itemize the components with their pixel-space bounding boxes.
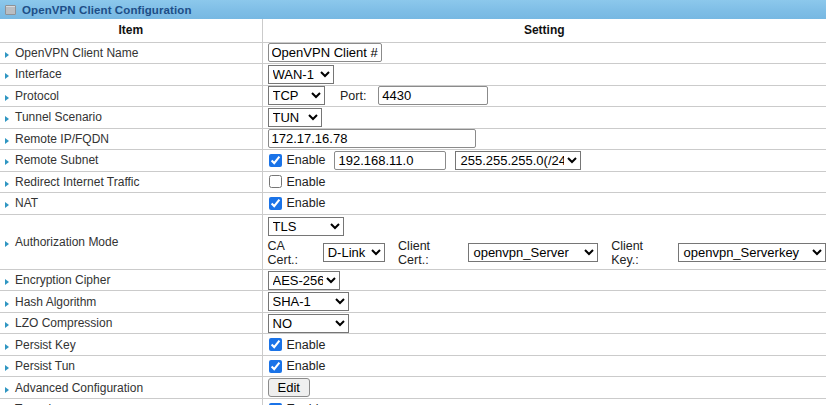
row-arrow-icon xyxy=(5,202,9,208)
row-label: Encryption Cipher xyxy=(15,273,110,287)
client-cert-select[interactable]: openvpn_Server xyxy=(468,243,598,262)
interface-select[interactable]: WAN-1 xyxy=(268,65,334,84)
ca-cert-select[interactable]: D-Link xyxy=(323,243,385,262)
row-remote-ip: Remote IP/FQDN xyxy=(0,128,826,150)
row-persist-tun: Persist Tun Enable xyxy=(0,355,826,377)
row-arrow-icon xyxy=(5,181,9,187)
row-label: Persist Key xyxy=(15,338,76,352)
persist-key-enable-checkbox[interactable] xyxy=(269,338,282,351)
enable-label: Enable xyxy=(287,338,326,352)
row-arrow-icon xyxy=(5,322,9,328)
window-icon xyxy=(5,5,16,15)
row-arrow-icon xyxy=(5,73,9,79)
row-label: Redirect Internet Traffic xyxy=(15,175,140,189)
row-label: Protocol xyxy=(15,89,59,103)
row-tunnel-scenario: Tunnel Scenario TUN xyxy=(0,107,826,129)
row-client-name: OpenVPN Client Name xyxy=(0,42,826,64)
client-name-input[interactable] xyxy=(268,43,382,62)
row-lzo-compression: LZO Compression NO xyxy=(0,312,826,334)
protocol-select[interactable]: TCP xyxy=(268,86,325,105)
row-label: Tunnel Scenario xyxy=(15,110,102,124)
ca-cert-label: CA Cert.: xyxy=(268,239,318,267)
port-input[interactable] xyxy=(378,86,488,105)
redirect-enable-checkbox[interactable] xyxy=(269,175,282,188)
row-label: Interface xyxy=(15,67,62,81)
client-key-label: Client Key.: xyxy=(611,239,673,267)
row-label: Hash Algorithm xyxy=(15,295,96,309)
row-persist-key: Persist Key Enable xyxy=(0,334,826,356)
config-table: Item Setting OpenVPN Client Name Interfa… xyxy=(0,19,826,405)
hash-algorithm-select[interactable]: SHA-1 xyxy=(268,292,349,311)
remote-subnet-enable-checkbox[interactable] xyxy=(269,154,282,167)
auth-mode-select[interactable]: TLS xyxy=(268,217,344,236)
row-arrow-icon xyxy=(5,95,9,101)
persist-tun-enable-checkbox[interactable] xyxy=(269,360,282,373)
row-label: Remote IP/FQDN xyxy=(15,132,109,146)
enable-label: Enable xyxy=(287,153,326,167)
row-arrow-icon xyxy=(5,301,9,307)
table-header-row: Item Setting xyxy=(0,19,826,42)
row-tunnel: Tunnel Enable xyxy=(0,398,826,405)
row-redirect-internet-traffic: Redirect Internet Traffic Enable xyxy=(0,171,826,193)
enable-label: Enable xyxy=(287,359,326,373)
row-label: Authorization Mode xyxy=(15,235,118,249)
nat-enable-checkbox[interactable] xyxy=(269,197,282,210)
port-label: Port: xyxy=(340,89,366,103)
row-arrow-icon xyxy=(5,279,9,285)
tunnel-scenario-select[interactable]: TUN xyxy=(268,108,322,127)
row-arrow-icon xyxy=(5,387,9,393)
encryption-cipher-select[interactable]: AES-256 xyxy=(268,271,340,290)
row-label: LZO Compression xyxy=(15,316,112,330)
client-cert-label: Client Cert.: xyxy=(398,239,463,267)
row-label: Advanced Configuration xyxy=(15,381,143,395)
enable-label: Enable xyxy=(287,175,326,189)
row-arrow-icon xyxy=(5,344,9,350)
page-title: OpenVPN Client Configuration xyxy=(22,4,192,16)
lzo-compression-select[interactable]: NO xyxy=(268,314,349,333)
enable-label: Enable xyxy=(287,196,326,210)
row-arrow-icon xyxy=(5,241,9,247)
row-arrow-icon xyxy=(5,365,9,371)
row-arrow-icon xyxy=(5,159,9,165)
row-label: Remote Subnet xyxy=(15,153,98,167)
row-interface: Interface WAN-1 xyxy=(0,64,826,86)
row-label: NAT xyxy=(15,196,38,210)
row-authorization-mode: Authorization Mode TLS CA Cert.: D-Link … xyxy=(0,214,826,269)
row-hash-algorithm: Hash Algorithm SHA-1 xyxy=(0,291,826,313)
row-encryption-cipher: Encryption Cipher AES-256 xyxy=(0,269,826,291)
row-label: OpenVPN Client Name xyxy=(15,46,138,60)
remote-subnet-ip-input[interactable] xyxy=(334,151,446,170)
row-arrow-icon xyxy=(5,116,9,122)
advanced-edit-button[interactable]: Edit xyxy=(268,378,310,397)
remote-ip-input[interactable] xyxy=(268,129,476,148)
row-label: Persist Tun xyxy=(15,359,75,373)
row-advanced-configuration: Advanced Configuration Edit xyxy=(0,377,826,399)
titlebar: OpenVPN Client Configuration xyxy=(0,0,826,19)
column-header-setting: Setting xyxy=(262,19,826,42)
row-arrow-icon xyxy=(5,138,9,144)
client-key-select[interactable]: openvpn_Serverkey xyxy=(678,243,826,262)
remote-subnet-mask-select[interactable]: 255.255.255.0(/24) xyxy=(455,151,581,170)
row-arrow-icon xyxy=(5,52,9,58)
row-protocol: Protocol TCP Port: xyxy=(0,85,826,107)
column-header-item: Item xyxy=(0,19,262,42)
row-nat: NAT Enable xyxy=(0,193,826,215)
row-remote-subnet: Remote Subnet Enable 255.255.255.0(/24) xyxy=(0,150,826,172)
